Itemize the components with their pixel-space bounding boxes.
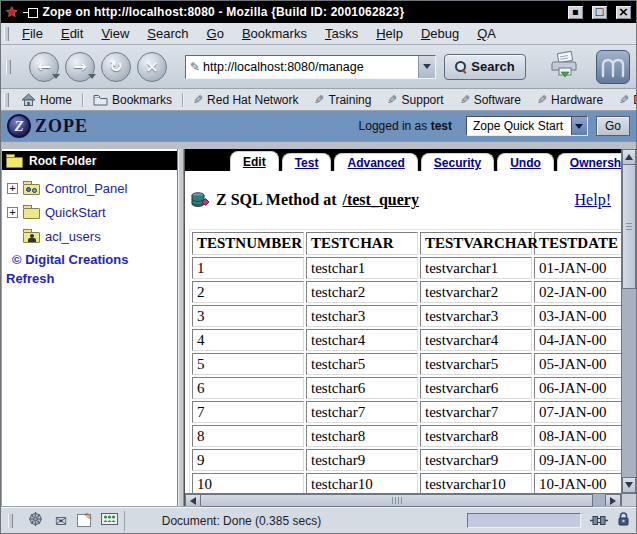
minimize-button[interactable]: ▪ xyxy=(567,5,584,20)
root-folder-label: Root Folder xyxy=(29,154,96,168)
tab[interactable]: Advanced xyxy=(334,153,417,171)
refresh-link[interactable]: Refresh xyxy=(6,271,177,286)
menu-item[interactable]: View xyxy=(92,24,138,43)
document-header: Z SQL Method at /test_query Help! xyxy=(191,191,611,209)
back-button[interactable]: ← xyxy=(29,52,59,82)
bookmark-pencil-icon xyxy=(387,93,397,107)
bookmark-item[interactable]: Software xyxy=(452,93,529,107)
cell-testvarchar: testvarchar9 xyxy=(420,449,532,471)
bookmark-item-label: Software xyxy=(474,93,521,107)
bookmark-item[interactable]: Hardware xyxy=(529,93,611,107)
cell-testvarchar: testvarchar4 xyxy=(420,329,532,351)
url-input[interactable] xyxy=(203,60,418,74)
vertical-scrollbar[interactable] xyxy=(621,149,636,493)
expand-icon[interactable]: + xyxy=(7,207,18,218)
root-folder-icon xyxy=(6,157,23,168)
select-dropdown-button[interactable] xyxy=(571,117,587,135)
bookmark-item[interactable]: Support xyxy=(379,93,451,107)
table-row: 8 testchar8 testvarchar8 08-JAN-00 xyxy=(192,425,621,447)
navbar-grippy[interactable] xyxy=(6,60,11,74)
navigation-toolbar: ← → ↻ × ✎ Search xyxy=(1,45,636,89)
home-button[interactable]: Home xyxy=(13,93,80,107)
users-folder-icon xyxy=(23,232,40,243)
control-panel-link[interactable]: Control_Panel xyxy=(45,181,127,196)
cell-testchar: testchar9 xyxy=(306,449,418,471)
maximize-button[interactable]: □ xyxy=(591,5,608,20)
sidebar-footer: © Digital Creations Refresh xyxy=(2,252,177,286)
url-dropdown-button[interactable] xyxy=(418,56,435,78)
navigator-button[interactable] xyxy=(26,511,45,531)
address-book-button[interactable] xyxy=(101,512,118,530)
sidebar-item-control-panel[interactable]: + Control_Panel xyxy=(7,176,177,200)
menubar-grippy[interactable] xyxy=(4,27,9,41)
menu-item[interactable]: Debug xyxy=(412,24,468,43)
horizontal-scroll-thumb[interactable] xyxy=(201,494,593,507)
scroll-right-button[interactable] xyxy=(605,494,621,507)
quickstart-link[interactable]: QuickStart xyxy=(45,205,106,220)
sql-results-table: TESTNUMBERTESTCHARTESTVARCHARTESTDATE 1 … xyxy=(189,229,621,493)
tab[interactable]: Test xyxy=(282,153,332,171)
vertical-scroll-thumb[interactable] xyxy=(622,165,636,289)
bookmark-item[interactable]: Training xyxy=(306,93,379,107)
cell-testchar: testchar1 xyxy=(306,257,418,279)
personal-toolbar: Home Bookmarks Red Hat Network Training xyxy=(1,89,636,111)
address-book-icon xyxy=(101,512,118,526)
menu-item[interactable]: Search xyxy=(138,24,197,43)
bookmarks-button[interactable]: Bookmarks xyxy=(85,93,180,107)
back-dropdown-icon[interactable] xyxy=(52,74,60,83)
scroll-down-button[interactable] xyxy=(622,477,636,493)
scroll-left-button[interactable] xyxy=(185,494,201,507)
menu-item[interactable]: Edit xyxy=(52,24,92,43)
tab[interactable]: Ownership xyxy=(557,153,621,171)
tab[interactable]: Undo xyxy=(497,153,554,171)
object-path-link[interactable]: /test_query xyxy=(342,191,418,209)
cell-testvarchar: testvarchar7 xyxy=(420,401,532,423)
mozilla-logo[interactable] xyxy=(596,50,630,84)
menu-item[interactable]: Help xyxy=(367,24,412,43)
menu-item[interactable]: File xyxy=(13,24,52,43)
bookmark-item[interactable]: Develo xyxy=(611,93,637,107)
logged-in-username: test xyxy=(431,119,452,133)
forward-button[interactable]: → xyxy=(65,52,95,82)
composer-button[interactable]: ✎ xyxy=(77,514,91,527)
bookmark-pencil-icon xyxy=(193,93,203,107)
scroll-up-button[interactable] xyxy=(622,149,636,165)
cell-testnumber: 1 xyxy=(192,257,304,279)
close-button[interactable]: × xyxy=(615,5,632,20)
bookmark-item[interactable]: Red Hat Network xyxy=(185,93,306,107)
menu-item[interactable]: Bookmarks xyxy=(233,24,316,43)
horizontal-scrollbar[interactable] xyxy=(185,493,621,507)
security-button[interactable] xyxy=(617,512,630,530)
menu-item[interactable]: Go xyxy=(198,24,233,43)
offline-plug-button[interactable] xyxy=(590,512,608,530)
menu-item[interactable]: QA xyxy=(468,24,505,43)
digital-creations-link[interactable]: © Digital Creations xyxy=(12,252,177,267)
reload-button[interactable]: ↻ xyxy=(101,52,131,82)
acl-users-link[interactable]: acl_users xyxy=(45,229,101,244)
personalbar-grippy[interactable] xyxy=(4,93,9,107)
sidebar-item-quickstart[interactable]: + QuickStart xyxy=(7,200,177,224)
zope-logo-icon: Z xyxy=(7,114,31,138)
expand-icon[interactable]: + xyxy=(7,183,18,194)
cell-testdate: 08-JAN-00 xyxy=(534,425,621,447)
quick-start-select[interactable]: Zope Quick Start xyxy=(466,116,588,136)
window-title: Zope on http://localhost:8080 - Mozilla … xyxy=(42,5,404,19)
help-link[interactable]: Help! xyxy=(575,191,611,209)
horizontal-scroll-track[interactable] xyxy=(593,494,605,507)
sidebar-item-root-folder[interactable]: Root Folder xyxy=(2,151,177,170)
bookmark-item-label: Support xyxy=(402,93,444,107)
go-button[interactable]: Go xyxy=(596,116,630,136)
sidebar-item-acl-users[interactable]: acl_users xyxy=(7,224,177,248)
mail-button[interactable]: ✉ xyxy=(55,513,67,529)
tab[interactable]: Security xyxy=(421,153,494,171)
tab[interactable]: Edit xyxy=(230,151,279,171)
vertical-scroll-track[interactable] xyxy=(622,289,636,477)
forward-dropdown-icon[interactable] xyxy=(88,74,96,83)
home-icon xyxy=(21,93,36,106)
search-button[interactable]: Search xyxy=(444,54,525,80)
home-label: Home xyxy=(40,93,72,107)
print-button[interactable] xyxy=(550,51,580,83)
stop-button[interactable]: × xyxy=(137,52,167,82)
main-frame: EditTestAdvancedSecurityUndoOwnership Z … xyxy=(184,149,636,507)
menu-item[interactable]: Tasks xyxy=(316,24,367,43)
